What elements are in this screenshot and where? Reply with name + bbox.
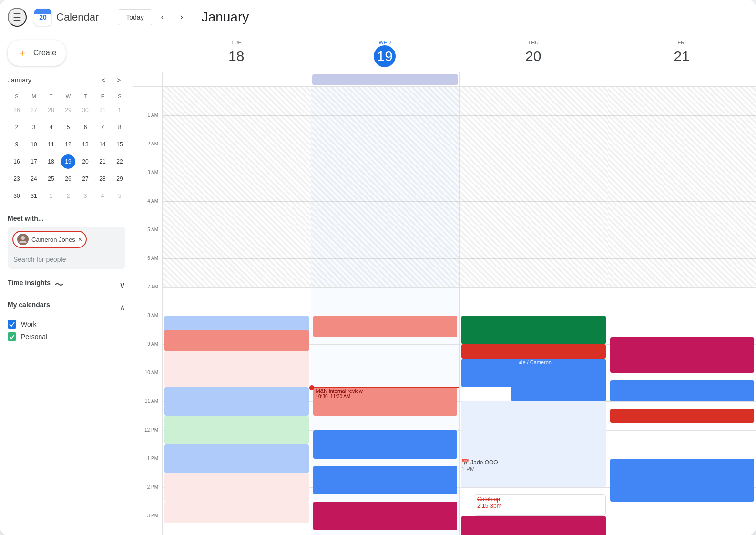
create-button[interactable]: ＋ Create (8, 40, 66, 66)
work-calendar-checkbox[interactable] (8, 320, 16, 329)
mini-cal-day-31[interactable]: 31 (95, 103, 110, 117)
mini-cal-day-18[interactable]: 18 (44, 154, 58, 169)
mini-cal-day-24[interactable]: 24 (27, 172, 41, 186)
jade-ooo-event[interactable]: 📅 Jade OOO1 PM (461, 459, 606, 473)
hour-line-6 (460, 258, 608, 259)
mini-cal-day-31[interactable]: 31 (27, 189, 41, 203)
hatch-overlay (163, 87, 311, 287)
calendar-event[interactable] (164, 387, 309, 416)
mini-cal-day-19[interactable]: 19 (61, 154, 75, 169)
calendar-event[interactable] (610, 459, 755, 502)
chip-close-button[interactable]: × (78, 236, 82, 243)
day-header-tue[interactable]: TUE 18 (162, 34, 311, 72)
mini-cal-next[interactable]: > (112, 73, 125, 87)
calendar-event[interactable]: Jade / Cameron (511, 359, 606, 401)
mini-cal-day-22[interactable]: 22 (112, 154, 127, 169)
mini-cal-day-17[interactable]: 17 (27, 154, 41, 169)
mini-cal-day-1[interactable]: 1 (112, 103, 127, 117)
search-people-input[interactable] (12, 254, 121, 265)
mini-cal-day-30[interactable]: 30 (10, 189, 24, 203)
time-slot-9: 9 AM (133, 344, 162, 373)
calendar-event[interactable] (313, 466, 458, 494)
mini-cal-day-15[interactable]: 15 (112, 137, 127, 152)
main-layout: ＋ Create January < > SMTWTFS 26272829303… (0, 34, 756, 535)
mini-cal-day-30[interactable]: 30 (78, 103, 92, 117)
calendar-event[interactable] (313, 502, 458, 530)
calendar-event[interactable] (313, 316, 458, 337)
mini-cal-day-1[interactable]: 1 (44, 189, 58, 203)
calendar-event[interactable] (461, 359, 519, 387)
mini-cal-day-27[interactable]: 27 (78, 172, 92, 186)
day-headers: TUE 18 WED 19 THU 20 FRI 21 (133, 34, 756, 72)
catchup-event[interactable]: Catch up2:15-3pm (474, 494, 606, 516)
mini-cal-day-25[interactable]: 25 (44, 172, 58, 186)
hour-line-6 (311, 258, 460, 259)
menu-button[interactable]: ☰ (8, 8, 27, 27)
mini-cal-day-6[interactable]: 6 (78, 120, 92, 134)
calendar-event[interactable] (164, 330, 309, 351)
mini-cal-day-12[interactable]: 12 (61, 137, 75, 152)
calendar-event[interactable] (164, 444, 309, 473)
mini-cal-prev[interactable]: < (97, 73, 110, 87)
app-logo[interactable]: 20 Calendar (34, 9, 99, 26)
mini-cal-day-29[interactable]: 29 (112, 172, 127, 186)
mini-cal-day-21[interactable]: 21 (95, 154, 110, 169)
mini-cal-day-28[interactable]: 28 (95, 172, 110, 186)
hour-line-4 (311, 201, 460, 202)
mini-cal-day-4[interactable]: 4 (95, 189, 110, 203)
mini-cal-day-9[interactable]: 9 (10, 137, 24, 152)
mini-cal-day-13[interactable]: 13 (78, 137, 92, 152)
calendars-collapse-icon[interactable]: ∧ (120, 303, 125, 312)
time-insights-section[interactable]: Time insights 〜 ∨ (8, 278, 125, 291)
calendar-event[interactable] (164, 473, 309, 502)
mini-cal-day-14[interactable]: 14 (95, 137, 110, 152)
hour-line-1 (460, 115, 608, 116)
calendar-event[interactable] (164, 416, 309, 444)
mini-cal-nav: < > (97, 73, 125, 87)
mini-cal-day-16[interactable]: 16 (10, 154, 24, 169)
day-header-wed[interactable]: WED 19 (311, 34, 460, 72)
mini-cal-day-2[interactable]: 2 (10, 120, 24, 134)
mini-cal-day-27[interactable]: 27 (27, 103, 41, 117)
next-button[interactable]: › (173, 9, 190, 26)
mini-cal-day-23[interactable]: 23 (10, 172, 24, 186)
calendar-event[interactable] (610, 337, 755, 373)
calendar-event[interactable] (461, 316, 606, 344)
person-chip-cameron[interactable]: Cameron Jones × (12, 231, 87, 248)
mini-cal-day-5[interactable]: 5 (61, 120, 75, 134)
day-header-fri[interactable]: FRI 21 (608, 34, 756, 72)
calendar-event[interactable] (461, 344, 606, 359)
all-day-event-wed[interactable] (312, 74, 459, 85)
calendar-event[interactable] (610, 380, 755, 401)
mini-cal-day-5[interactable]: 5 (112, 189, 127, 203)
mini-cal-day-26[interactable]: 26 (10, 103, 24, 117)
mini-cal-day-10[interactable]: 10 (27, 137, 41, 152)
calendar-event[interactable] (164, 502, 309, 523)
mini-cal-day-29[interactable]: 29 (61, 103, 75, 117)
all-day-row (133, 72, 756, 87)
personal-calendar-checkbox[interactable] (8, 332, 16, 341)
calendar-event[interactable] (461, 516, 606, 535)
mini-cal-day-4[interactable]: 4 (44, 120, 58, 134)
calendar-event[interactable] (164, 351, 309, 387)
mini-cal-day-11[interactable]: 11 (44, 137, 58, 152)
hour-line-9 (311, 344, 460, 345)
mini-cal-day-8[interactable]: 8 (112, 120, 127, 134)
sidebar: ＋ Create January < > SMTWTFS 26272829303… (0, 34, 133, 535)
calendar-event[interactable] (610, 409, 755, 423)
calendar-event[interactable] (313, 430, 458, 459)
mini-cal-day-3[interactable]: 3 (27, 120, 41, 134)
mini-cal-day-2[interactable]: 2 (61, 189, 75, 203)
mini-cal-day-20[interactable]: 20 (78, 154, 92, 169)
prev-button[interactable]: ‹ (154, 9, 171, 26)
mini-cal-day-28[interactable]: 28 (44, 103, 58, 117)
calendar-item-personal[interactable]: Personal (8, 330, 125, 343)
calendar-event[interactable]: M&N internal review10:30–11:30 AM (313, 387, 458, 416)
today-button[interactable]: Today (118, 9, 152, 25)
day-header-thu[interactable]: THU 20 (459, 34, 608, 72)
hour-line-13 (311, 459, 460, 459)
mini-cal-day-7[interactable]: 7 (95, 120, 110, 134)
calendar-item-work[interactable]: Work (8, 318, 125, 330)
mini-cal-day-3[interactable]: 3 (78, 189, 92, 203)
mini-cal-day-26[interactable]: 26 (61, 172, 75, 186)
